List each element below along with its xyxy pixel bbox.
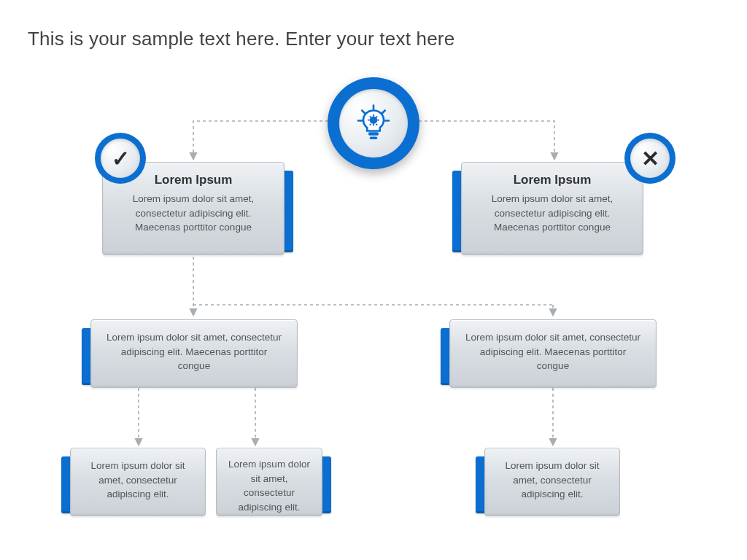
- slide-stage: This is your sample text here. Enter you…: [0, 0, 747, 560]
- svg-line-1: [382, 111, 385, 114]
- card-bottom-left-1: Lorem ipsum dolor sit amet, consectetur …: [70, 448, 206, 516]
- card-bottom-left-2: Lorem ipsum dolor sit amet, consectetur …: [216, 448, 322, 516]
- card-heading: Lorem Ipsum: [475, 173, 630, 187]
- card-body: Lorem ipsum dolor sit amet, consectetur …: [104, 330, 284, 373]
- yes-badge: ✓: [95, 133, 146, 184]
- card-no: Lorem Ipsum Lorem ipsum dolor sit amet, …: [461, 162, 643, 255]
- card-body: Lorem ipsum dolor sit amet, consectetur …: [463, 330, 643, 373]
- cross-icon: ✕: [630, 139, 670, 178]
- card-right-2: Lorem ipsum dolor sit amet, consectetur …: [449, 319, 657, 388]
- lightbulb-gear-icon: [339, 89, 408, 158]
- svg-line-10: [370, 116, 371, 117]
- card-tab: [321, 456, 331, 513]
- slide-title: This is your sample text here. Enter you…: [28, 28, 454, 50]
- root-idea-badge: [328, 77, 419, 169]
- svg-line-11: [376, 124, 378, 125]
- svg-line-12: [376, 116, 378, 117]
- card-tab: [283, 171, 293, 252]
- card-body: Lorem ipsum dolor sit amet, consectetur …: [498, 459, 606, 502]
- card-body: Lorem ipsum dolor sit amet, consectetur …: [116, 192, 271, 235]
- svg-rect-14: [368, 132, 379, 135]
- no-badge: ✕: [624, 133, 676, 184]
- card-body: Lorem ipsum dolor sit amet, consectetur …: [84, 459, 192, 502]
- svg-line-2: [362, 111, 365, 114]
- card-body: Lorem ipsum dolor sit amet, consectetur …: [475, 192, 630, 235]
- card-bottom-right: Lorem ipsum dolor sit amet, consectetur …: [484, 448, 620, 516]
- svg-line-13: [370, 124, 371, 125]
- card-left-2: Lorem ipsum dolor sit amet, consectetur …: [90, 319, 298, 388]
- check-icon: ✓: [101, 139, 140, 178]
- card-body: Lorem ipsum dolor sit amet, consectetur …: [224, 457, 314, 514]
- svg-rect-15: [370, 136, 378, 139]
